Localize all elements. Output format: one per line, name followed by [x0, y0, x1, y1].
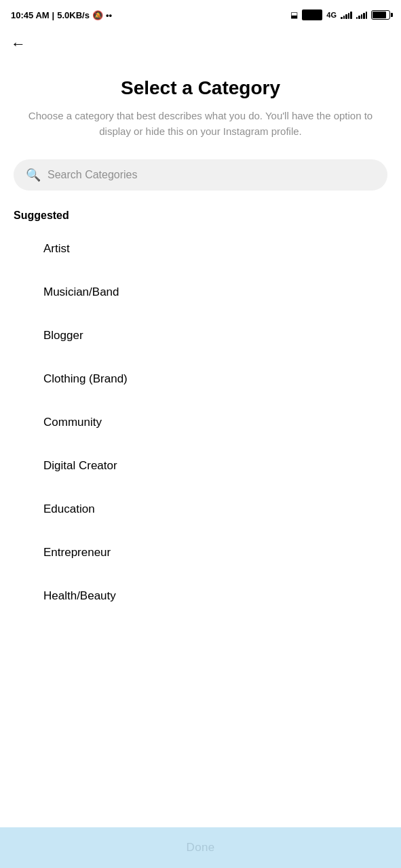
status-icons: ⬓ VPN 4G [290, 9, 390, 20]
suggested-label: Suggested [0, 197, 401, 227]
page-title: Select a Category [22, 77, 379, 99]
back-arrow-icon: ← [11, 35, 26, 52]
dots-icon: •• [106, 10, 112, 20]
page-subtitle: Choose a category that best describes wh… [22, 108, 379, 139]
battery-icon [371, 10, 390, 20]
done-button[interactable]: Done [0, 827, 401, 868]
back-button[interactable]: ← [0, 30, 401, 64]
vpn-badge: VPN [302, 9, 323, 20]
category-item-digital-creator[interactable]: Digital Creator [14, 444, 387, 488]
signal-4g-icon: 4G [326, 11, 337, 19]
category-item-musician-band[interactable]: Musician/Band [14, 271, 387, 314]
status-time: 10:45 AM | 5.0KB/s 🔕 •• [11, 10, 112, 20]
search-input[interactable] [47, 169, 375, 181]
done-button-container: Done [0, 827, 401, 868]
category-item-education[interactable]: Education [14, 488, 387, 531]
search-container: 🔍 [0, 146, 401, 197]
header: Select a Category Choose a category that… [0, 64, 401, 146]
category-item-entrepreneur[interactable]: Entrepreneur [14, 531, 387, 574]
category-item-clothing-brand[interactable]: Clothing (Brand) [14, 357, 387, 401]
bluetooth-icon: ⬓ [290, 10, 298, 20]
category-item-community[interactable]: Community [14, 401, 387, 444]
category-item-artist[interactable]: Artist [14, 227, 387, 271]
network-display: 5.0KB/s [57, 10, 90, 20]
network-speed: | [52, 10, 55, 20]
mute-icon: 🔕 [92, 10, 103, 20]
signal-bars-2 [356, 11, 368, 19]
category-item-blogger[interactable]: Blogger [14, 314, 387, 357]
time-display: 10:45 AM [11, 10, 50, 20]
category-item-health-beauty[interactable]: Health/Beauty [14, 574, 387, 618]
category-list: ArtistMusician/BandBloggerClothing (Bran… [0, 227, 401, 618]
signal-bars-1 [341, 11, 352, 19]
search-icon: 🔍 [26, 167, 41, 182]
status-bar: 10:45 AM | 5.0KB/s 🔕 •• ⬓ VPN 4G [0, 0, 401, 30]
search-bar[interactable]: 🔍 [14, 159, 387, 191]
